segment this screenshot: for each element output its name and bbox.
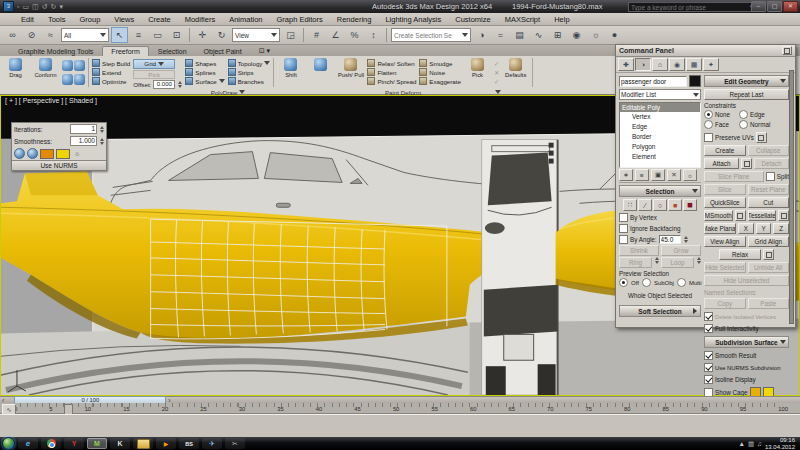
command-panel-titlebar[interactable]: Command Panel bbox=[616, 45, 795, 57]
taskbar-chrome-icon[interactable] bbox=[41, 438, 61, 449]
menu-item[interactable]: MAXScript bbox=[498, 15, 547, 24]
by-angle-checkbox[interactable]: By Angle: bbox=[619, 235, 701, 244]
menu-item[interactable]: Help bbox=[547, 15, 576, 24]
taskbar-media-player-icon[interactable]: ▶ bbox=[156, 438, 176, 449]
conform-brush-icon-2[interactable] bbox=[74, 60, 85, 71]
menu-item[interactable]: Graph Editors bbox=[270, 15, 330, 24]
offset-spinner[interactable]: Offset:0.000 bbox=[133, 80, 182, 88]
subdivision-surface-rollout-header[interactable]: Subdivision Surface bbox=[704, 336, 789, 348]
open-icon[interactable]: ▭ bbox=[22, 3, 29, 11]
paint-pick-button[interactable]: Pick bbox=[464, 57, 491, 88]
by-angle-spinner[interactable] bbox=[684, 236, 688, 243]
object-name-field[interactable] bbox=[619, 76, 687, 87]
preserve-uvs-checkbox[interactable]: Preserve UVs bbox=[704, 132, 789, 143]
named-selection-set-combo[interactable]: Create Selection Se bbox=[391, 28, 471, 42]
exaggerate-button[interactable]: Exaggerate bbox=[419, 77, 461, 85]
search-input[interactable] bbox=[628, 2, 752, 12]
menu-item[interactable]: Animation bbox=[222, 15, 269, 24]
render-icon[interactable]: ● bbox=[606, 27, 623, 43]
unhide-all-button[interactable]: Unhide All bbox=[748, 262, 790, 273]
repeat-last-button[interactable]: Repeat Last bbox=[704, 89, 789, 100]
menu-item[interactable]: Edit bbox=[14, 15, 41, 24]
select-and-link-icon[interactable]: ∞ bbox=[4, 27, 21, 43]
tab-create-icon[interactable]: ✚ bbox=[618, 58, 634, 71]
material-editor-icon[interactable]: ◉ bbox=[568, 27, 585, 43]
optimize-button[interactable]: Optimize bbox=[92, 77, 130, 85]
relax-button[interactable]: Relax bbox=[719, 249, 761, 260]
by-vertex-checkbox[interactable]: By Vertex bbox=[619, 213, 701, 222]
reference-coordinate-dropdown[interactable]: View bbox=[232, 28, 280, 42]
constraint-face-radio[interactable] bbox=[704, 120, 713, 129]
paint-apply-icon[interactable]: ✓ bbox=[494, 59, 499, 67]
shift-button[interactable]: Shift bbox=[277, 57, 304, 88]
stack-subobject-item[interactable]: Element bbox=[620, 152, 700, 162]
msmooth-settings-icon[interactable] bbox=[735, 210, 746, 221]
element-subobject-icon[interactable]: ◼ bbox=[683, 199, 697, 211]
use-nurms-subdivision-checkbox[interactable]: Use NURMS Subdivision bbox=[704, 363, 789, 372]
relax-soften-button[interactable]: Relax/ Soften bbox=[367, 59, 416, 67]
remove-modifier-icon[interactable]: ✕ bbox=[667, 169, 681, 181]
mirror-icon[interactable]: ◑ bbox=[473, 27, 490, 43]
cage-color-swatch[interactable] bbox=[40, 149, 54, 159]
selection-filter-dropdown[interactable]: All bbox=[61, 28, 109, 42]
tab-modify-icon[interactable]: ◑ bbox=[635, 58, 651, 71]
modifier-list-dropdown[interactable]: Modifier List bbox=[619, 89, 701, 100]
loop-button[interactable]: Loop bbox=[661, 257, 694, 268]
angle-snap-icon[interactable]: ∠ bbox=[327, 27, 344, 43]
conform-button[interactable]: Conform bbox=[32, 57, 59, 88]
start-button[interactable] bbox=[2, 437, 15, 450]
tab-freeform[interactable]: Freeform bbox=[102, 46, 148, 56]
bind-spacewarp-icon[interactable]: ≈ bbox=[42, 27, 59, 43]
snaps-toggle-icon[interactable]: # bbox=[308, 27, 325, 43]
planar-x-button[interactable]: X bbox=[738, 223, 754, 234]
rect-selection-region-icon[interactable]: ▭ bbox=[149, 27, 166, 43]
caddy-title[interactable]: Use NURMS bbox=[12, 160, 106, 170]
planar-z-button[interactable]: Z bbox=[773, 223, 789, 234]
pick-surface-button[interactable]: Pick bbox=[133, 70, 175, 80]
stack-subobject-item[interactable]: Vertex bbox=[620, 112, 700, 122]
unlink-icon[interactable]: ⊘ bbox=[23, 27, 40, 43]
nurms-sphere-icon-1[interactable] bbox=[14, 148, 25, 159]
constraint-normal-radio[interactable] bbox=[739, 120, 748, 129]
select-rotate-icon[interactable]: ↻ bbox=[213, 27, 230, 43]
close-button[interactable]: ✕ bbox=[783, 1, 798, 12]
select-by-name-icon[interactable]: ≡ bbox=[130, 27, 147, 43]
hide-selected-button[interactable]: Hide Selected bbox=[704, 262, 746, 273]
tab-hierarchy-icon[interactable]: ⌂ bbox=[652, 58, 668, 71]
tray-show-hidden-icon[interactable]: ▲ bbox=[739, 440, 745, 447]
extend-button[interactable]: Extend bbox=[92, 68, 130, 76]
time-slider[interactable]: ‹ 0 / 100 › bbox=[0, 396, 800, 403]
grid-align-button[interactable]: Grid Align bbox=[748, 236, 790, 247]
constraint-none-radio[interactable] bbox=[704, 110, 713, 119]
new-icon[interactable]: ▫ bbox=[17, 3, 19, 10]
taskbar-snipping-icon[interactable]: ✂ bbox=[225, 438, 245, 449]
smoothness-spinner[interactable] bbox=[100, 138, 104, 145]
grow-button[interactable]: Grow bbox=[661, 245, 701, 256]
stack-subobject-item[interactable]: Edge bbox=[620, 122, 700, 132]
full-interactivity-checkbox[interactable]: Full Interactivity bbox=[704, 324, 789, 333]
shapes-button[interactable]: Shapes bbox=[185, 59, 224, 67]
align-icon[interactable]: = bbox=[492, 27, 509, 43]
qat-dropdown-icon[interactable]: ▾ bbox=[59, 3, 63, 11]
menu-item[interactable]: Rendering bbox=[330, 15, 379, 24]
taskbar-downloader-icon[interactable]: Y bbox=[64, 438, 84, 449]
slice-plane-button[interactable]: Slice Plane bbox=[704, 171, 764, 182]
reset-plane-button[interactable]: Reset Plane bbox=[748, 184, 790, 195]
render-setup-icon[interactable]: ☼ bbox=[587, 27, 604, 43]
select-move-icon[interactable]: ✛ bbox=[194, 27, 211, 43]
shrink-button[interactable]: Shrink bbox=[619, 245, 659, 256]
create-button[interactable]: Create bbox=[704, 145, 746, 156]
smoothness-value[interactable]: 1.000 bbox=[70, 136, 97, 146]
select-scale-icon[interactable]: ◲ bbox=[282, 27, 299, 43]
offset-spin-arrows[interactable] bbox=[178, 81, 182, 88]
cut-button[interactable]: Cut bbox=[748, 197, 790, 208]
preview-multi-radio[interactable] bbox=[677, 278, 686, 287]
undo-icon[interactable]: ↺ bbox=[42, 3, 48, 11]
by-angle-value[interactable] bbox=[659, 235, 681, 244]
surface-button[interactable]: Surface bbox=[185, 77, 224, 85]
caddy-gear-icon[interactable]: ☼ bbox=[74, 150, 80, 157]
menu-item[interactable]: Tools bbox=[41, 15, 73, 24]
split-checkbox[interactable]: Split bbox=[766, 171, 789, 182]
taskbar-airplane-icon[interactable]: ✈ bbox=[202, 438, 222, 449]
paste-button[interactable]: Paste bbox=[748, 298, 790, 309]
